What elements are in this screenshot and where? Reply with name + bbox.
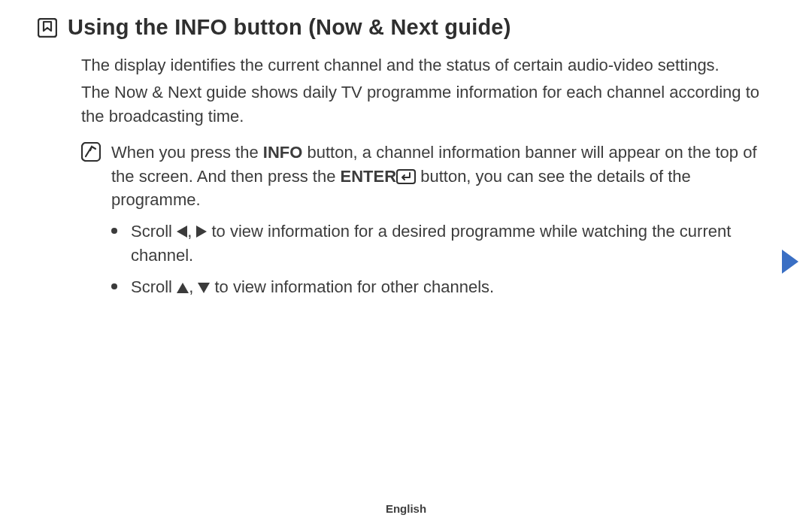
note-icon — [81, 142, 101, 162]
arrow-up-icon — [177, 283, 189, 293]
paragraph-2: The Now & Next guide shows daily TV prog… — [81, 80, 774, 129]
enter-label: ENTER — [341, 167, 397, 186]
enter-icon — [396, 169, 416, 184]
note-text: When you press the INFO button, a channe… — [111, 141, 774, 213]
bullet1-pre: Scroll — [131, 222, 177, 241]
paragraph-1: The display identifies the current chann… — [81, 53, 774, 77]
body-content: The display identifies the current chann… — [81, 53, 774, 299]
bookmark-icon — [38, 18, 57, 38]
svg-rect-1 — [82, 143, 100, 161]
bullet-item-2: Scroll , to view information for other c… — [111, 275, 774, 299]
bullet2-pre: Scroll — [131, 277, 177, 296]
note-block: When you press the INFO button, a channe… — [81, 141, 774, 213]
footer-language: English — [0, 502, 812, 515]
note-pre: When you press the — [111, 143, 263, 162]
bullet-item-1: Scroll , to view information for a desir… — [111, 220, 774, 268]
arrow-left-icon — [177, 226, 187, 238]
arrow-right-icon — [196, 226, 207, 238]
bullet2-sep: , — [189, 277, 198, 296]
next-page-button[interactable] — [782, 250, 798, 274]
heading-row: Using the INFO button (Now & Next guide) — [38, 15, 774, 40]
info-label: INFO — [263, 143, 303, 162]
page-title: Using the INFO button (Now & Next guide) — [68, 15, 511, 40]
arrow-down-icon — [198, 283, 210, 293]
bullet1-post: to view information for a desired progra… — [131, 222, 731, 265]
bullet2-post: to view information for other channels. — [210, 277, 494, 296]
bullet1-sep: , — [187, 222, 196, 241]
bullet-list: Scroll , to view information for a desir… — [111, 220, 774, 299]
